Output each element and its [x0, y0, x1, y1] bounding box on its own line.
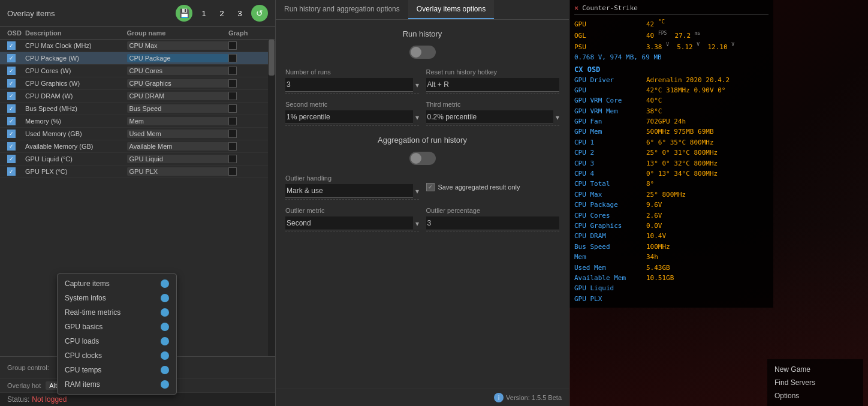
row-graph-checkbox[interactable]	[228, 130, 237, 138]
row-group-name: Bus Speed	[127, 104, 229, 113]
row-graph-checkbox[interactable]	[228, 167, 237, 176]
cx-overlay-row: CPU 313° 0° 32°C 800MHz	[574, 158, 768, 169]
row-osd-checkbox[interactable]	[7, 155, 16, 163]
game-menu-item[interactable]: Options	[774, 389, 856, 402]
cx-row-value: 25° 800MHz	[646, 190, 686, 199]
dropdown-item[interactable]: RAM items	[58, 377, 176, 392]
row-graph-checkbox[interactable]	[228, 155, 237, 163]
row-osd-checkbox[interactable]	[7, 54, 16, 62]
dropdown-item[interactable]: CPU loads	[58, 334, 176, 348]
profile-2-btn[interactable]: 2	[215, 7, 228, 20]
third-metric-dropdown-icon[interactable]: ▾	[556, 113, 559, 122]
outlier-handling-dropdown-icon[interactable]: ▾	[415, 187, 419, 196]
cx-row-label: Bus Speed	[574, 242, 646, 251]
outlier-metric-input[interactable]	[285, 216, 413, 230]
tab-run-history[interactable]: Run history and aggregation options	[276, 0, 408, 19]
cx-row-label: CPU Cores	[574, 211, 646, 220]
second-metric-input[interactable]	[285, 110, 413, 124]
second-metric-dropdown-icon[interactable]: ▾	[415, 113, 419, 122]
overlay-header-icon: ✕	[574, 4, 578, 12]
num-runs-input[interactable]	[285, 78, 413, 92]
table-row[interactable]: Memory (%)Mem	[0, 115, 275, 128]
cx-row-label: CPU Package	[574, 200, 646, 209]
row-graph-checkbox[interactable]	[228, 67, 237, 75]
dropdown-item[interactable]: Capture items	[58, 276, 176, 291]
version-text: Version: 1.5.5 Beta	[506, 394, 562, 401]
row-osd-checkbox[interactable]	[7, 167, 16, 176]
row-osd-checkbox[interactable]	[7, 92, 16, 100]
game-menu-item[interactable]: Find Servers	[774, 376, 856, 389]
overlay-val-psu: 3.38 V 5.12 V 12.10 V	[646, 41, 734, 52]
table-row[interactable]: CPU Max Clock (MHz)CPU Max	[0, 40, 275, 52]
outlier-handling-input[interactable]	[285, 184, 413, 198]
row-group-name: CPU Max	[127, 41, 229, 50]
cx-overlay-row: CPU 40° 13° 34°C 800MHz	[574, 169, 768, 179]
dropdown-item-dot	[161, 351, 169, 360]
table-row[interactable]: CPU Cores (W)CPU Cores	[0, 65, 275, 77]
panel-header: Overlay items 💾 1 2 3 ↺	[0, 0, 275, 27]
run-history-label: Run history	[285, 29, 559, 38]
run-history-toggle[interactable]	[409, 46, 436, 59]
dropdown-item-label: CPU loads	[65, 337, 99, 345]
dropdown-item-dot	[161, 366, 169, 374]
overlay-header: ✕ Counter-Strike	[574, 4, 768, 15]
aggregation-toggle[interactable]	[409, 152, 436, 165]
dropdown-item[interactable]: GPU basics	[58, 320, 176, 334]
tab-overlay-options[interactable]: Overlay items options	[408, 0, 494, 19]
table-row[interactable]: CPU DRAM (W)CPU DRAM	[0, 90, 275, 103]
row-osd-checkbox[interactable]	[7, 142, 16, 151]
table-row[interactable]: Used Memory (GB)Used Mem	[0, 128, 275, 140]
table-row[interactable]: GPU Liquid (°C)GPU Liquid	[0, 153, 275, 166]
row-osd-checkbox[interactable]	[7, 117, 16, 125]
scrollbar[interactable]	[268, 40, 275, 356]
save-aggregated-checkbox[interactable]	[426, 183, 435, 191]
reset-hotkey-input[interactable]	[426, 78, 560, 92]
table-row[interactable]: GPU PLX (°C)GPU PLX	[0, 166, 275, 178]
dropdown-item[interactable]: Real-time metrics	[58, 305, 176, 320]
table-row[interactable]: Available Memory (GB)Available Mem	[0, 140, 275, 153]
scroll-thumb[interactable]	[269, 40, 275, 76]
aggregation-label: Aggregation of run history	[285, 136, 559, 145]
dropdown-item-label: System infos	[65, 294, 106, 302]
table-row[interactable]: CPU Package (W)CPU Package	[0, 52, 275, 65]
row-osd-checkbox[interactable]	[7, 67, 16, 75]
cx-row-value: 42°C 318MHz 0.90V 0°	[646, 86, 725, 95]
row-group-name: CPU Graphics	[127, 79, 229, 88]
dropdown-item[interactable]: CPU temps	[58, 363, 176, 377]
num-runs-dropdown-icon[interactable]: ▾	[415, 81, 419, 89]
profile-3-btn[interactable]: 3	[233, 7, 246, 20]
overlay-label-ogl: OGL	[574, 31, 646, 40]
row-graph-checkbox[interactable]	[228, 41, 237, 50]
game-menu-item[interactable]: New Game	[774, 363, 856, 376]
row-osd-checkbox[interactable]	[7, 104, 16, 113]
refresh-icon[interactable]: ↺	[251, 5, 268, 22]
cx-overlay-row: GPU Mem500MHz 975MB 69MB	[574, 127, 768, 137]
dropdown-item[interactable]: CPU clocks	[58, 348, 176, 363]
row-description: CPU DRAM (W)	[25, 92, 127, 100]
save-icon[interactable]: 💾	[176, 5, 192, 22]
overlay-game-title: Counter-Strike	[582, 4, 638, 12]
row-osd-checkbox[interactable]	[7, 130, 16, 138]
overlay-row-psu: PSU 3.38 V 5.12 V 12.10 V	[574, 41, 768, 52]
dropdown-item[interactable]: System infos	[58, 291, 176, 305]
form-group-reset-hotkey: Reset run history hotkey	[426, 68, 560, 94]
row-graph-checkbox[interactable]	[228, 142, 237, 151]
row-graph-checkbox[interactable]	[228, 54, 237, 62]
form-row-4: Outlier metric ▾ Outlier percentage	[285, 207, 559, 232]
right-panel: ✕ Counter-Strike GPU 42 °C OGL 40 FPS 27…	[569, 0, 868, 406]
overlay-wide-val: 0.768 V, 974 MB, 69 MB	[574, 53, 662, 62]
profile-1-btn[interactable]: 1	[197, 7, 210, 20]
table-row[interactable]: Bus Speed (MHz)Bus Speed	[0, 103, 275, 115]
outlier-metric-dropdown-icon[interactable]: ▾	[415, 219, 419, 228]
third-metric-input[interactable]	[426, 110, 554, 124]
row-osd-checkbox[interactable]	[7, 41, 16, 50]
th-description: Description	[25, 29, 127, 37]
row-graph-checkbox[interactable]	[228, 104, 237, 113]
row-graph-checkbox[interactable]	[228, 92, 237, 100]
row-graph-checkbox[interactable]	[228, 117, 237, 125]
table-row[interactable]: CPU Graphics (W)CPU Graphics	[0, 77, 275, 90]
row-graph-checkbox[interactable]	[228, 79, 237, 88]
outlier-pct-input[interactable]	[426, 216, 560, 230]
row-osd-checkbox[interactable]	[7, 79, 16, 88]
table-header: OSD Description Group name Graph	[0, 27, 275, 40]
